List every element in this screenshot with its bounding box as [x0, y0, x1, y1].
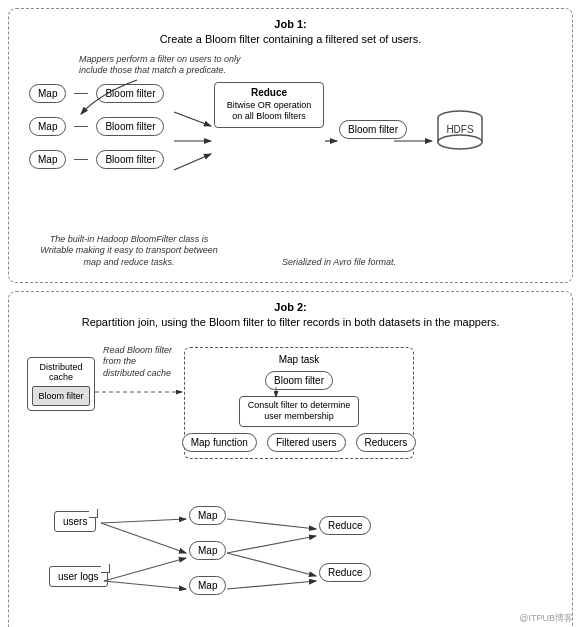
svg-line-22	[227, 553, 316, 576]
job1-title: Job 1: Create a Bloom filter containing …	[19, 17, 562, 48]
job2-bottom: users user logs Map Map	[19, 501, 562, 627]
bloom-node-1: Bloom filter	[96, 84, 164, 103]
bottom-reduce-1: Reduce	[319, 516, 371, 535]
map-func-row: Map function Filtered users Reducers	[193, 433, 405, 452]
bottom-map-3: Map	[189, 576, 226, 595]
svg-line-9	[174, 154, 211, 170]
dist-cache-box: Distributed cache Bloom filter	[27, 357, 95, 411]
user-logs-doc-label: user logs	[49, 566, 108, 587]
svg-line-21	[227, 536, 316, 553]
map-bloom-row-2: Map Bloom filter	[29, 117, 164, 136]
job1-left-col: Map Bloom filter Map Bloom filter Map Bl…	[29, 84, 164, 169]
reducers-node: Reducers	[356, 433, 417, 452]
map-bloom-row-3: Map Bloom filter	[29, 150, 164, 169]
bloom-node-3: Bloom filter	[96, 150, 164, 169]
job1-reduce-box: Reduce Bitwise OR operation on all Bloom…	[214, 82, 324, 128]
map-node-2: Map	[29, 117, 66, 136]
svg-text:HDFS: HDFS	[446, 124, 474, 135]
svg-line-23	[227, 581, 316, 589]
bottom-reduce-2: Reduce	[319, 563, 371, 582]
users-doc-label: users	[54, 511, 96, 532]
user-logs-doc: user logs	[49, 566, 108, 587]
bottom-map-2: Map	[189, 541, 226, 560]
svg-line-20	[227, 519, 316, 529]
job1-annotation-bottom-right: Serialized in Avro file format.	[269, 257, 409, 269]
bloom-node-2: Bloom filter	[96, 117, 164, 136]
hdfs-icon: HDFS	[434, 110, 486, 150]
job1-content: Mappers perform a filter on users to onl…	[19, 54, 562, 274]
svg-point-4	[438, 135, 482, 149]
job2-box: Job 2: Repartition join, using the Bloom…	[8, 291, 573, 627]
svg-line-17	[101, 523, 186, 553]
read-bloom-annotation: Read Bloom filter from the distributed c…	[103, 345, 173, 380]
reduce-body: Bitwise OR operation on all Bloom filter…	[223, 100, 315, 123]
bloom-out-node: Bloom filter	[339, 120, 407, 139]
job2-top: Distributed cache Bloom filter Read Bloo…	[19, 337, 562, 497]
job2-title: Job 2: Repartition join, using the Bloom…	[19, 300, 562, 331]
map-task-bloom-node: Bloom filter	[265, 371, 333, 390]
map-bloom-row-1: Map Bloom filter	[29, 84, 164, 103]
job1-box: Job 1: Create a Bloom filter containing …	[8, 8, 573, 283]
main-container: Job 1: Create a Bloom filter containing …	[0, 0, 581, 627]
reduce-title: Reduce	[223, 87, 315, 98]
bottom-map-1: Map	[189, 506, 226, 525]
map-node-1: Map	[29, 84, 66, 103]
users-doc: users	[54, 511, 96, 532]
svg-line-19	[104, 581, 186, 589]
job1-bloom-out: Bloom filter	[339, 120, 407, 139]
map-task-title: Map task	[193, 354, 405, 365]
job1-hdfs: HDFS	[434, 110, 486, 152]
job1-annotation-bottom-left: The built-in Hadoop BloomFilter class is…	[39, 234, 219, 269]
consult-box: Consult filter to determine user members…	[239, 396, 359, 427]
map-task-inner: Bloom filter Consult filter to determine…	[193, 371, 405, 452]
job2-content: Distributed cache Bloom filter Read Bloo…	[19, 337, 562, 627]
map-node-3: Map	[29, 150, 66, 169]
bloom-filter-doc: Bloom filter	[32, 386, 90, 406]
job1-annotation-top: Mappers perform a filter on users to onl…	[79, 54, 259, 77]
filtered-users-node: Filtered users	[267, 433, 346, 452]
svg-line-7	[174, 112, 211, 126]
map-task-bloom-row: Bloom filter	[193, 371, 405, 390]
map-task-box: Map task Bloom filter Consult filter to …	[184, 347, 414, 459]
watermark: @ITPUB博客	[519, 612, 573, 625]
svg-line-18	[104, 558, 186, 581]
map-function-node: Map function	[182, 433, 257, 452]
dist-cache-label: Distributed cache	[32, 362, 90, 382]
svg-line-16	[101, 519, 186, 523]
